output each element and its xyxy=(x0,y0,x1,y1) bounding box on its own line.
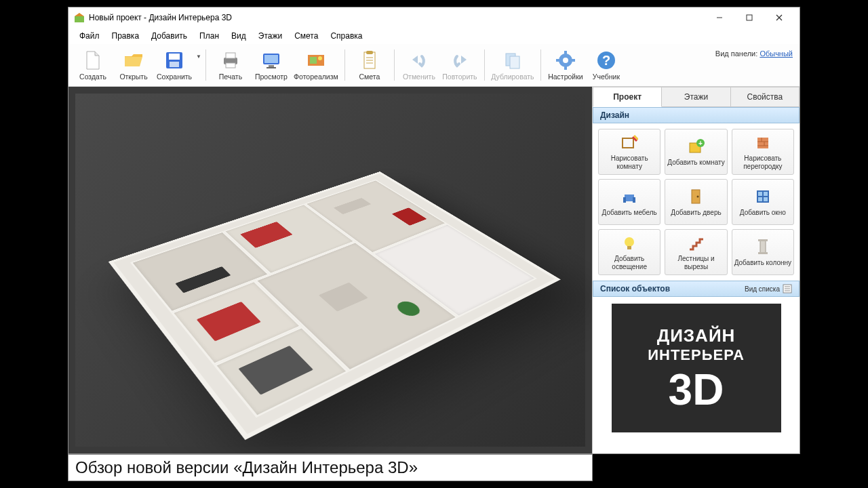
svg-rect-57 xyxy=(758,239,768,241)
undo-icon xyxy=(408,49,430,71)
list-view-mode[interactable]: Вид списка xyxy=(745,284,792,293)
settings-button[interactable]: Настройки xyxy=(545,47,586,83)
svg-rect-7 xyxy=(169,54,180,60)
svg-rect-15 xyxy=(267,67,276,68)
svg-marker-1 xyxy=(75,13,84,16)
floorplan-render xyxy=(75,94,585,447)
menubar: Файл Правка Добавить План Вид Этажи Смет… xyxy=(68,28,800,44)
add-column-button[interactable]: Добавить колонну xyxy=(732,229,794,275)
svg-rect-17 xyxy=(310,57,317,64)
svg-point-18 xyxy=(318,56,322,60)
svg-rect-11 xyxy=(226,63,235,68)
save-button[interactable]: Сохранить xyxy=(154,47,195,83)
svg-rect-27 xyxy=(510,56,519,68)
redo-icon xyxy=(449,49,471,71)
add-window-button[interactable]: Добавить окно xyxy=(732,179,794,225)
undo-button[interactable]: Отменить xyxy=(399,47,439,83)
video-caption: Обзор новой версии «Дизайн Интерьера 3D» xyxy=(68,454,593,481)
furniture-icon xyxy=(620,187,639,206)
design-section-header: Дизайн xyxy=(593,107,800,123)
tab-project[interactable]: Проект xyxy=(593,87,662,107)
svg-rect-56 xyxy=(760,241,766,253)
svg-rect-8 xyxy=(170,62,179,67)
svg-point-54 xyxy=(625,237,634,247)
partition-icon xyxy=(753,134,772,152)
add-furniture-button[interactable]: Добавить мебель xyxy=(598,179,660,225)
svg-rect-13 xyxy=(264,55,278,63)
duplicate-button[interactable]: Дублировать xyxy=(489,47,536,83)
panel-mode-link[interactable]: Обычный xyxy=(760,49,793,58)
list-icon xyxy=(783,284,792,293)
svg-rect-3 xyxy=(747,15,752,20)
save-icon xyxy=(163,49,185,71)
menu-plan[interactable]: План xyxy=(194,29,224,43)
stairs-button[interactable]: Лестницы и вырезы xyxy=(665,229,727,275)
panel-mode: Вид панели: Обычный xyxy=(715,49,793,58)
svg-rect-31 xyxy=(564,66,567,70)
svg-rect-48 xyxy=(633,197,635,203)
svg-marker-24 xyxy=(412,56,418,64)
titlebar: Новый проект - Дизайн Интерьера 3D xyxy=(68,7,800,28)
svg-rect-32 xyxy=(556,59,560,62)
app-window: Новый проект - Дизайн Интерьера 3D Файл … xyxy=(68,7,800,454)
preview-button[interactable]: Просмотр xyxy=(251,47,292,83)
tab-floors[interactable]: Этажи xyxy=(662,87,730,107)
menu-help[interactable]: Справка xyxy=(325,29,368,43)
maximize-button[interactable] xyxy=(734,8,764,27)
add-room-icon: + xyxy=(686,137,705,156)
svg-rect-14 xyxy=(269,65,274,67)
window-title: Новый проект - Дизайн Интерьера 3D xyxy=(89,13,705,22)
menu-file[interactable]: Файл xyxy=(74,29,105,43)
svg-rect-55 xyxy=(627,246,631,249)
design-grid: Нарисовать комнату + Добавить комнату На… xyxy=(593,123,800,281)
svg-rect-20 xyxy=(366,51,373,54)
svg-rect-58 xyxy=(758,252,768,254)
photorealism-icon xyxy=(305,49,327,71)
minimize-button[interactable] xyxy=(705,8,734,27)
open-button[interactable]: Открыть xyxy=(113,47,154,83)
menu-estimate[interactable]: Смета xyxy=(289,29,323,43)
tutorial-button[interactable]: ? Учебник xyxy=(586,47,627,83)
svg-rect-10 xyxy=(226,53,235,58)
door-icon xyxy=(686,187,705,206)
create-button[interactable]: Создать xyxy=(73,47,113,83)
column-icon xyxy=(753,237,772,256)
3d-viewport[interactable] xyxy=(68,87,592,453)
menu-view[interactable]: Вид xyxy=(226,29,252,43)
tab-properties[interactable]: Свойства xyxy=(731,87,800,107)
monitor-icon xyxy=(260,49,282,71)
help-icon: ? xyxy=(595,49,617,71)
menu-edit[interactable]: Правка xyxy=(106,29,145,43)
redo-button[interactable]: Повторить xyxy=(439,47,480,83)
content-area: Проект Этажи Свойства Дизайн Нарисовать … xyxy=(68,87,800,453)
objects-list: ДИЗАЙН ИНТЕРЬЕРА 3D xyxy=(593,297,800,453)
app-icon xyxy=(74,12,85,23)
objects-header: Список объектов Вид списка xyxy=(593,281,800,297)
file-new-icon xyxy=(82,49,104,71)
print-button[interactable]: Печать xyxy=(210,47,251,83)
add-lighting-button[interactable]: Добавить освещение xyxy=(598,229,660,275)
add-door-button[interactable]: Добавить дверь xyxy=(665,179,727,225)
menu-floors[interactable]: Этажи xyxy=(253,29,288,43)
estimate-icon xyxy=(359,49,380,71)
photorealism-button[interactable]: Фотореализм xyxy=(292,47,340,83)
svg-rect-47 xyxy=(623,197,626,203)
promo-banner: ДИЗАЙН ИНТЕРЬЕРА 3D xyxy=(612,304,781,432)
duplicate-icon xyxy=(502,49,524,71)
svg-rect-36 xyxy=(623,138,633,148)
window-icon xyxy=(753,187,772,206)
light-icon xyxy=(620,234,639,252)
menu-add[interactable]: Добавить xyxy=(146,29,193,43)
save-dropdown-icon[interactable]: ▼ xyxy=(196,54,201,90)
svg-rect-42 xyxy=(757,138,768,148)
print-icon xyxy=(220,49,241,71)
svg-rect-30 xyxy=(564,51,567,55)
estimate-button[interactable]: Смета xyxy=(349,47,390,83)
draw-partition-button[interactable]: Нарисовать перегородку xyxy=(732,129,794,175)
close-button[interactable] xyxy=(764,8,794,27)
stairs-icon xyxy=(686,234,705,252)
draw-room-button[interactable]: Нарисовать комнату xyxy=(598,129,660,175)
side-tabs: Проект Этажи Свойства xyxy=(593,87,800,107)
side-panel: Проект Этажи Свойства Дизайн Нарисовать … xyxy=(592,87,800,453)
add-room-button[interactable]: + Добавить комнату xyxy=(665,129,727,175)
